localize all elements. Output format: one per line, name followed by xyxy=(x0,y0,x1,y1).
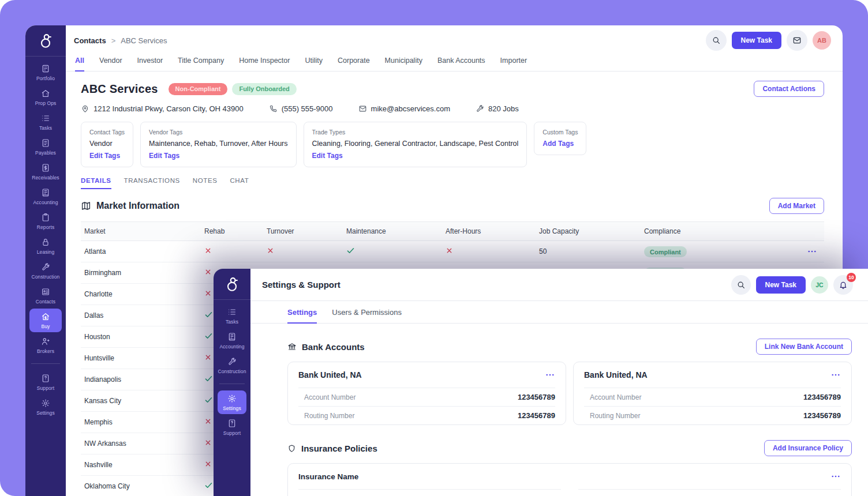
market-cell: Houston xyxy=(81,333,201,341)
sidebar-item-prop-ops[interactable]: Prop Ops xyxy=(29,85,62,109)
sidebar-item-tasks[interactable]: Tasks xyxy=(29,110,62,134)
user-avatar[interactable]: JC xyxy=(811,276,828,294)
field-row: Account Number 123456789 xyxy=(298,388,555,406)
market-cell: Kansas City xyxy=(81,397,201,405)
sidebar-item-settings[interactable]: Settings xyxy=(218,390,246,414)
sidebar-item-brokers[interactable]: Brokers xyxy=(29,333,62,357)
detail-tab[interactable]: NOTES xyxy=(193,177,218,189)
tag-card-value: Vendor xyxy=(89,140,125,148)
sidebar-item-payables[interactable]: Payables xyxy=(29,135,62,159)
tag-card-action[interactable]: Edit Tags xyxy=(312,152,519,160)
sidebar-item-receivables[interactable]: Receivables xyxy=(29,160,62,183)
search-button[interactable] xyxy=(706,30,727,51)
sidebar-item-accounting[interactable]: Accounting xyxy=(218,329,246,352)
market-cell: Oklahoma City xyxy=(81,482,201,490)
messages-button[interactable] xyxy=(787,30,807,51)
sidebar-item-construction[interactable]: Construction xyxy=(29,259,62,283)
user-avatar[interactable]: AB xyxy=(813,31,831,50)
link-new-bank-account-button[interactable]: Link New Bank Account xyxy=(756,339,852,355)
contact-type-tab[interactable]: Municipality xyxy=(385,55,422,71)
detail-tab[interactable]: CHAT xyxy=(230,177,249,189)
portfolio-icon xyxy=(41,64,50,73)
contact-actions-button[interactable]: Contact Actions xyxy=(754,81,824,97)
contact-info-text: 1212 Industrial Pkwy, Carson City, OH 43… xyxy=(93,104,244,113)
contact-type-tab[interactable]: Corporate xyxy=(338,55,370,71)
column-header: Compliance xyxy=(641,222,766,241)
market-cell: NW Arkansas xyxy=(81,439,201,448)
contact-info-item: mike@abcservices.com xyxy=(358,104,450,113)
rehab-status xyxy=(201,247,263,256)
sidebar-item-leasing[interactable]: Leasing xyxy=(29,234,62,258)
settings-tab[interactable]: Users & Permissions xyxy=(332,308,402,323)
main-sidebar-nav: Portfolio Prop Ops Tasks Payables Receiv… xyxy=(25,57,66,361)
column-header: Job Capacity xyxy=(536,222,641,241)
contact-info-item: (555) 555-9000 xyxy=(269,104,333,113)
row-menu-button[interactable] xyxy=(807,246,817,257)
breadcrumb-root[interactable]: Contacts xyxy=(74,36,106,45)
field-label: Routing Number xyxy=(304,412,354,420)
actions-cell xyxy=(766,246,824,257)
add-market-button[interactable]: Add Market xyxy=(769,198,824,214)
tag-card-action[interactable]: Edit Tags xyxy=(149,152,287,160)
insurance-policies-list: Insurance Name Carrier State Farm xyxy=(287,463,852,496)
sidebar-item-portfolio[interactable]: Portfolio xyxy=(29,61,62,84)
contact-type-tab[interactable]: Importer xyxy=(500,55,527,71)
email-icon xyxy=(358,104,367,113)
section-title: Insurance Policies xyxy=(301,444,377,453)
column-header: After-Hours xyxy=(442,222,536,241)
sidebar-item-support[interactable]: Support xyxy=(29,370,62,394)
contact-type-tab[interactable]: Bank Accounts xyxy=(437,55,485,71)
phone-icon xyxy=(269,104,278,113)
sidebar-item-label: Tasks xyxy=(226,319,238,325)
contact-type-tab[interactable]: Utility xyxy=(305,55,323,71)
market-cell: Huntsville xyxy=(81,354,201,362)
add-insurance-policy-button[interactable]: Add Insurance Policy xyxy=(764,440,852,456)
contact-type-tab[interactable]: Home Inspector xyxy=(239,55,290,71)
sidebar-item-reports[interactable]: Reports xyxy=(29,209,62,233)
contact-type-tab[interactable]: All xyxy=(75,55,84,72)
status-badge: Non-Compliant xyxy=(169,83,228,95)
detail-tab[interactable]: DETAILS xyxy=(81,177,111,189)
sidebar-item-accounting[interactable]: Accounting xyxy=(29,185,62,208)
sidebar-item-buy[interactable]: Buy xyxy=(29,309,62,332)
sidebar-item-support[interactable]: Support xyxy=(218,415,246,439)
field-label: Account Number xyxy=(590,393,641,401)
sidebar-item-settings[interactable]: Settings xyxy=(29,395,62,419)
search-button[interactable] xyxy=(731,275,751,295)
main-sidebar: Portfolio Prop Ops Tasks Payables Receiv… xyxy=(25,25,66,496)
card-menu-button[interactable] xyxy=(830,471,841,482)
tag-card-action[interactable]: Edit Tags xyxy=(89,152,125,160)
bank-fields: Account Number 123456789 Routing Number … xyxy=(298,388,555,424)
breadcrumb-separator: > xyxy=(111,36,116,45)
tag-card: Trade Types Cleaning, Flooring, General … xyxy=(304,122,527,167)
contact-info-text: (555) 555-9000 xyxy=(282,104,333,113)
field-value: 123456789 xyxy=(803,411,841,420)
settings-icon xyxy=(41,399,50,408)
settings-tab[interactable]: Settings xyxy=(287,308,317,324)
search-icon xyxy=(712,36,721,45)
bank-icon xyxy=(287,342,297,351)
bell-icon xyxy=(839,280,848,290)
app-logo[interactable] xyxy=(214,269,250,300)
contact-type-tab[interactable]: Title Company xyxy=(178,55,224,71)
card-menu-button[interactable] xyxy=(545,370,555,380)
detail-tab[interactable]: TRANSACTIONS xyxy=(124,177,180,189)
section-title: Market Information xyxy=(96,201,179,211)
card-menu-button[interactable] xyxy=(830,370,841,380)
tag-card-action[interactable]: Add Tags xyxy=(542,140,578,148)
app-logo[interactable] xyxy=(25,25,66,57)
notifications-button[interactable]: 10 xyxy=(833,275,853,295)
contact-type-tab[interactable]: Investor xyxy=(137,55,163,71)
contact-info-row: 1212 Industrial Pkwy, Carson City, OH 43… xyxy=(81,104,824,113)
contact-type-tabs: AllVendorInvestorTitle CompanyHome Inspe… xyxy=(66,55,843,72)
new-task-button[interactable]: New Task xyxy=(732,32,781,49)
sidebar-item-label: Brokers xyxy=(37,348,54,354)
sidebar-item-tasks[interactable]: Tasks xyxy=(218,304,246,328)
new-task-button[interactable]: New Task xyxy=(756,276,806,294)
settings-window: Tasks Accounting Construction Settings S… xyxy=(214,269,868,496)
sidebar-item-contacts[interactable]: Contacts xyxy=(29,284,62,307)
market-cell: Dallas xyxy=(81,311,201,320)
sidebar-item-construction[interactable]: Construction xyxy=(218,354,246,377)
contact-type-tab[interactable]: Vendor xyxy=(99,55,122,71)
column-header xyxy=(766,226,824,236)
